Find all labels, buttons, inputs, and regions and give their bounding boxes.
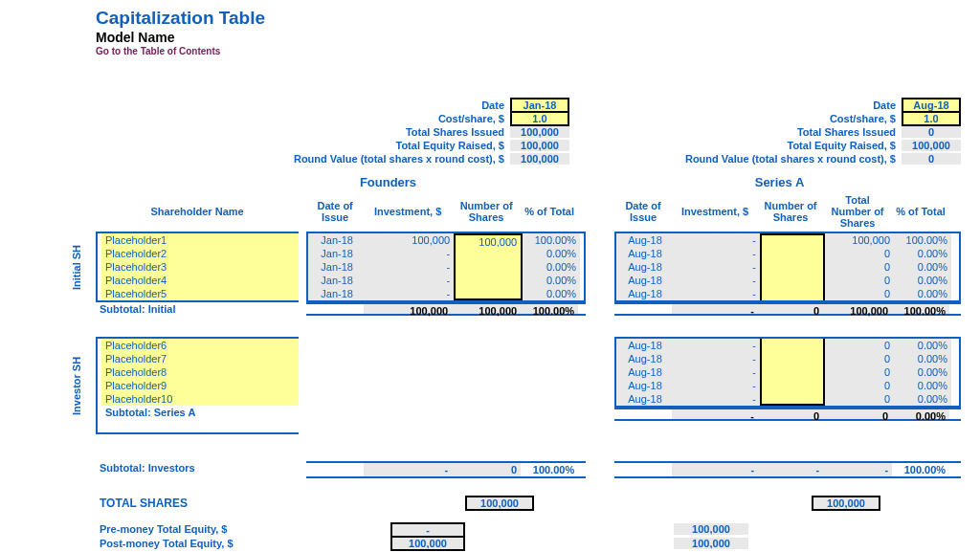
cell-pct: 0.00% xyxy=(894,339,951,352)
founders-cost[interactable]: 1.0 xyxy=(510,111,569,126)
label-equity: Total Equity Raised, $ xyxy=(207,140,510,151)
cell-value: - xyxy=(672,409,758,419)
cell-value: 0 xyxy=(452,463,521,476)
col-shares: Number of Shares xyxy=(452,191,521,232)
post-money-founders: 100,000 xyxy=(390,536,465,551)
cell-investment: 100,000 xyxy=(366,233,454,247)
total-shares-founders: 100,000 xyxy=(465,496,534,511)
cell-shares[interactable] xyxy=(760,233,825,247)
shareholder-name-cell[interactable]: Placeholder7 xyxy=(101,352,299,365)
cell-pct: 0.00% xyxy=(523,247,580,260)
cell-total-shares: 0 xyxy=(825,392,894,406)
cell-shares[interactable]: 100,000 xyxy=(454,233,523,247)
table-row: Jan-18-0.00% xyxy=(308,274,584,287)
shareholder-name-cell[interactable]: Placeholder1 xyxy=(101,233,299,247)
cell-value: 0 xyxy=(758,304,823,314)
table-row: Aug-18-00.00% xyxy=(616,287,959,300)
investor-shareholders-group: Investor SH Placeholder6Placeholder7Plac… xyxy=(96,337,299,434)
subtotal-initial-label: Subtotal: Initial xyxy=(96,302,299,316)
shareholder-name-cell[interactable]: Placeholder5 xyxy=(101,287,299,300)
cell-date: Jan-18 xyxy=(308,247,366,260)
shareholder-name-cell[interactable]: Placeholder10 xyxy=(101,392,299,406)
cell-date: Aug-18 xyxy=(616,352,674,365)
cell-investment: - xyxy=(366,287,454,300)
label-date: Date xyxy=(207,99,510,111)
cell-investment: - xyxy=(674,287,760,300)
cell-pct: 0.00% xyxy=(523,274,580,287)
label-shares: Total Shares Issued xyxy=(598,126,902,138)
shareholder-name-cell[interactable]: Placeholder6 xyxy=(101,339,299,352)
subtotal-initial-seriesa: - 0 100,000 100.00% xyxy=(614,302,961,316)
seriesa-cost[interactable]: 1.0 xyxy=(902,111,961,126)
table-row: Jan-18-0.00% xyxy=(308,287,584,300)
founders-section-title: Founders xyxy=(207,175,569,189)
col-total-shares: Total Number of Shares xyxy=(823,191,892,232)
cell-shares[interactable] xyxy=(760,247,825,260)
subtotal-investors-seriesa: - - - 100.00% xyxy=(614,461,961,478)
col-date: Date of Issue xyxy=(306,191,364,232)
table-of-contents-link[interactable]: Go to the Table of Contents xyxy=(96,46,961,56)
label-cost: Cost/share, $ xyxy=(207,113,510,124)
cell-investment: - xyxy=(674,260,760,274)
cell-date: Aug-18 xyxy=(616,233,674,247)
cell-shares[interactable] xyxy=(760,339,825,352)
model-name: Model Name xyxy=(96,30,961,45)
cell-investment: - xyxy=(674,339,760,352)
cell-total-shares: 0 xyxy=(825,352,894,365)
cell-shares[interactable] xyxy=(454,260,523,274)
cell-shares[interactable] xyxy=(454,287,523,300)
col-date: Date of Issue xyxy=(614,191,672,232)
cell-date: Aug-18 xyxy=(616,392,674,406)
shareholder-name-cell[interactable]: Placeholder9 xyxy=(101,379,299,392)
cell-investment: - xyxy=(366,260,454,274)
cell-shares[interactable] xyxy=(454,274,523,287)
pre-money-founders: - xyxy=(390,522,465,536)
shareholder-name-cell[interactable]: Placeholder4 xyxy=(101,274,299,287)
shareholder-name-cell[interactable]: Placeholder8 xyxy=(101,365,299,379)
cell-shares[interactable] xyxy=(760,274,825,287)
pre-money-label: Pre-money Total Equity, $ xyxy=(96,523,304,535)
cell-investment: - xyxy=(674,365,760,379)
seriesa-data-block: Date of Issue Investment, $ Number of Sh… xyxy=(614,191,961,434)
cell-shares[interactable] xyxy=(760,365,825,379)
cell-investment: - xyxy=(674,379,760,392)
cell-pct: 100.00% xyxy=(894,233,951,247)
cell-date: Aug-18 xyxy=(616,247,674,260)
initial-shareholders-group: Initial SH Placeholder1Placeholder2Place… xyxy=(96,232,299,302)
seriesa-equity: 100,000 xyxy=(902,140,961,151)
shareholder-name-cell[interactable]: Placeholder2 xyxy=(101,247,299,260)
shareholder-name-cell[interactable]: Placeholder3 xyxy=(101,260,299,274)
cell-shares[interactable] xyxy=(760,392,825,406)
cell-total-shares: 0 xyxy=(825,287,894,300)
table-row: Aug-18-00.00% xyxy=(616,260,959,274)
cell-shares[interactable] xyxy=(760,260,825,274)
cell-investment: - xyxy=(674,247,760,260)
cell-investment: - xyxy=(674,233,760,247)
total-shares-seriesa: 100,000 xyxy=(812,496,880,511)
investor-sh-label: Investor SH xyxy=(71,339,82,432)
label-round: Round Value (total shares x round cost),… xyxy=(207,153,510,165)
cell-investment: - xyxy=(674,392,760,406)
col-pct: % of Total xyxy=(892,191,949,232)
cell-value: - xyxy=(823,463,892,476)
col-shareholder: Shareholder Name xyxy=(96,191,299,232)
cell-shares[interactable] xyxy=(454,247,523,260)
table-row: Jan-18-0.00% xyxy=(308,247,584,260)
cell-date: Aug-18 xyxy=(616,365,674,379)
label-date: Date xyxy=(598,99,902,111)
cell-shares[interactable] xyxy=(760,379,825,392)
page-title: Capitalization Table xyxy=(96,8,961,29)
table-row: Aug-18-00.00% xyxy=(616,365,959,379)
cell-investment: - xyxy=(366,274,454,287)
table-row: Aug-18-00.00% xyxy=(616,379,959,392)
cell-pct: 0.00% xyxy=(894,287,951,300)
cell-shares[interactable] xyxy=(760,287,825,300)
cell-shares[interactable] xyxy=(760,352,825,365)
cell-investment: - xyxy=(366,247,454,260)
pre-money-seriesa: 100,000 xyxy=(674,523,748,535)
label-shares: Total Shares Issued xyxy=(207,126,510,138)
founders-equity: 100,000 xyxy=(510,140,569,151)
col-investment: Investment, $ xyxy=(364,191,452,232)
founders-shares: 100,000 xyxy=(510,126,569,138)
cell-total-shares: 0 xyxy=(825,339,894,352)
